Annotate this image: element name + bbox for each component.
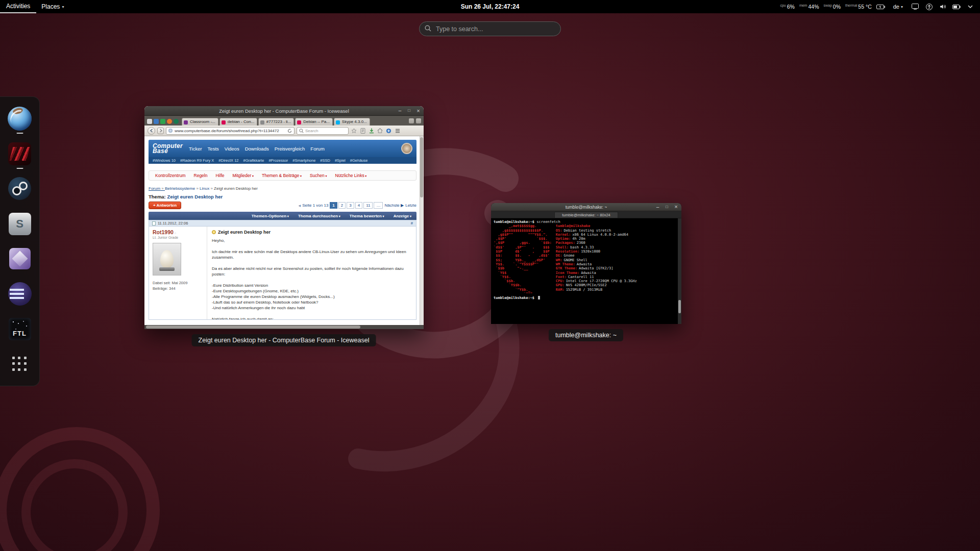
prev-page-icon[interactable]: ◀ — [299, 204, 301, 207]
reply-button[interactable]: + Antworten — [149, 202, 181, 209]
post-number[interactable]: # — [411, 221, 413, 226]
cb-crumb[interactable]: Zeigt euren Desktop her — [214, 186, 258, 191]
dash-item-iceweasel[interactable] — [4, 103, 36, 134]
search-bar[interactable] — [419, 21, 561, 36]
scrollbar-thumb[interactable] — [420, 137, 423, 197]
b-tab[interactable]: Debian -- Pa... — [295, 118, 333, 126]
author-link[interactable]: Rot1990 — [153, 229, 176, 235]
menu-icon[interactable] — [394, 128, 401, 134]
dash-item-eclipse[interactable] — [4, 278, 36, 310]
b-tab[interactable]: Skype 4.3.0... — [334, 118, 370, 126]
home-icon[interactable] — [377, 128, 383, 134]
cb-tool[interactable]: Thema bewerten — [350, 214, 384, 218]
last-page-link[interactable]: Letzte — [405, 203, 416, 208]
pinned-tab-icon[interactable] — [154, 119, 159, 124]
clock[interactable]: Sun 26 Jul, 22:47:24 — [461, 3, 520, 10]
terminal-titlebar[interactable]: tumble@milkshake: ~ — [491, 203, 681, 211]
cb-nav-link[interactable]: Tests — [208, 146, 219, 152]
cb-tag[interactable]: #Smartphone — [292, 158, 315, 163]
cb-tool[interactable]: Thema durchsuchen — [298, 214, 340, 218]
maximize-button[interactable] — [406, 108, 412, 114]
computerbase-logo[interactable]: Computer Base — [153, 143, 183, 154]
cb-menu-item[interactable]: Themen & Beiträge — [262, 173, 302, 178]
user-avatar[interactable] — [401, 143, 412, 154]
cb-tool[interactable]: Anzeige — [394, 214, 411, 218]
accessibility-icon[interactable] — [924, 0, 934, 13]
cb-pagenum[interactable]: 11 — [363, 202, 373, 209]
cb-pagenum[interactable]: 2 — [338, 202, 346, 209]
close-button[interactable] — [673, 204, 679, 210]
cb-nav-link[interactable]: Downloads — [245, 146, 269, 152]
show-applications-button[interactable] — [4, 348, 36, 380]
pinned-tab-icon[interactable] — [147, 119, 152, 124]
battery-icon[interactable] — [952, 0, 961, 13]
site-identity-icon[interactable] — [168, 129, 173, 133]
display-icon[interactable] — [911, 0, 920, 13]
b-tab[interactable]: #777223 - li... — [258, 118, 294, 126]
scrollbar-thumb[interactable] — [146, 325, 360, 329]
cb-tag[interactable]: #SSD — [320, 158, 330, 163]
cb-nav-link[interactable]: Preisvergleich — [275, 146, 305, 152]
cb-nav-link[interactable]: Videos — [225, 146, 239, 152]
browser-search-field[interactable]: Search — [297, 127, 349, 135]
cb-menu-item[interactable]: Suchen — [310, 173, 327, 178]
b-tab[interactable]: Classroom -... — [182, 118, 218, 126]
browser-window[interactable]: Zeigt euren Desktop her - ComputerBase F… — [144, 106, 424, 329]
system-menu-chevron-icon[interactable] — [966, 0, 975, 13]
dash-item-game[interactable] — [4, 138, 36, 169]
cb-menu-item[interactable]: Regeln — [194, 173, 208, 178]
cb-tag[interactable]: #DirectX 12 — [218, 158, 238, 163]
url-bar[interactable]: www.computerbase.de/forum/showthread.php… — [166, 127, 295, 135]
tab-groups-icon[interactable] — [409, 118, 414, 123]
volume-icon[interactable] — [938, 0, 947, 13]
terminal-scrollbar[interactable] — [678, 218, 681, 324]
cb-tag[interactable]: #Gehäuse — [350, 158, 368, 163]
dash-item-purple-app[interactable] — [4, 243, 36, 274]
cb-crumb[interactable]: Linux — [200, 186, 214, 191]
minimize-button[interactable] — [397, 108, 403, 114]
vertical-scrollbar[interactable] — [420, 136, 424, 325]
cb-menu-item[interactable]: Nützliche Links — [335, 173, 366, 178]
cb-tag[interactable]: #Spiel — [335, 158, 346, 163]
activities-button[interactable]: Activities — [0, 0, 36, 13]
reload-icon[interactable] — [287, 127, 292, 135]
cb-crumb[interactable]: Betriebssysteme — [165, 186, 200, 191]
cb-tag[interactable]: #Prozessor — [268, 158, 288, 163]
next-page-link[interactable]: Nächste ▶ — [384, 203, 404, 208]
cb-nav-link[interactable]: Forum — [310, 146, 324, 152]
forward-button[interactable] — [157, 128, 164, 134]
bookmarks-menu-icon[interactable] — [359, 128, 366, 134]
download-icon[interactable] — [368, 128, 375, 134]
back-button[interactable] — [148, 127, 155, 135]
cb-pagenum[interactable]: … — [374, 202, 383, 209]
terminal-tab[interactable]: tumble@milkshake: ~ 80x24 — [554, 212, 618, 218]
cb-tag[interactable]: #Grafikkarte — [243, 158, 264, 163]
terminal-screen[interactable]: tumble@milkshake:~$ screenfetch _,met$$$… — [491, 218, 681, 324]
minimize-button[interactable] — [655, 204, 660, 210]
cb-tag[interactable]: #Windows 10 — [153, 158, 176, 163]
cb-pagenum[interactable]: 1 — [330, 202, 337, 209]
sync-icon[interactable] — [385, 128, 392, 134]
cb-pagenum[interactable]: 4 — [355, 202, 362, 209]
cb-nav-link[interactable]: Ticker — [189, 146, 202, 152]
browser-titlebar[interactable]: Zeigt euren Desktop her - ComputerBase F… — [144, 106, 424, 116]
pinned-tab-icon[interactable] — [174, 119, 179, 124]
cb-pagenum[interactable]: 3 — [347, 202, 354, 209]
dash-item-ftl[interactable]: FTL — [4, 313, 36, 345]
places-menu[interactable]: Places ▾ — [36, 0, 69, 13]
close-button[interactable] — [415, 108, 421, 114]
cb-tag[interactable]: #Radeon R9 Fury X — [180, 158, 214, 163]
author-avatar[interactable] — [153, 243, 181, 276]
search-input[interactable] — [435, 25, 555, 33]
cb-tool[interactable]: Themen-Optionen — [252, 214, 289, 218]
b-tab[interactable]: debian - Con... — [219, 118, 257, 126]
dash-item-steam[interactable] — [4, 173, 36, 205]
horizontal-scrollbar[interactable] — [144, 325, 424, 329]
dash-item-s-app[interactable]: S — [4, 208, 36, 240]
cb-menu-item[interactable]: Kontrollzentrum — [155, 173, 186, 178]
scrollbar-thumb[interactable] — [678, 300, 681, 313]
cb-menu-item[interactable]: Hilfe — [215, 173, 224, 178]
pinned-tab-icon[interactable] — [160, 119, 165, 124]
cb-menu-item[interactable]: Mitglieder — [232, 173, 254, 178]
thema-title-link[interactable]: Zeigt euren Desktop her — [167, 194, 223, 199]
